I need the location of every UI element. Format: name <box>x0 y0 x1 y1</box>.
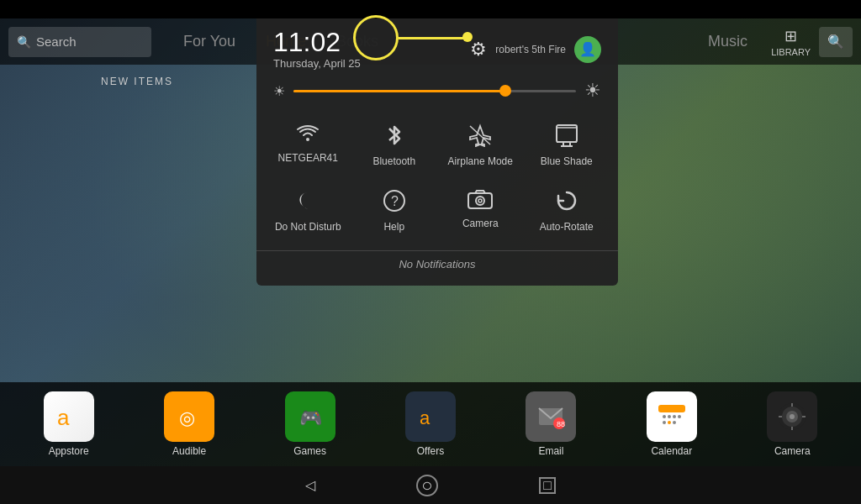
svg-text:◎: ◎ <box>179 407 195 428</box>
email-icon: 88 <box>526 391 576 442</box>
notifications-area: No Notifications <box>256 250 618 277</box>
toggle-bluetooth[interactable]: Bluetooth <box>351 112 438 177</box>
audible-icon: ◎ <box>164 391 214 442</box>
dock-item-calendar[interactable]: Calendar <box>638 391 705 457</box>
dock-item-games[interactable]: 🎮 Games <box>277 391 344 457</box>
brightness-high-icon: ☀ <box>584 80 601 102</box>
brightness-thumb <box>499 85 511 97</box>
no-notifications-text: No Notifications <box>399 258 475 270</box>
toggle-blueshade[interactable]: Blue Shade <box>524 112 610 177</box>
autorotate-label: Auto-Rotate <box>540 221 594 234</box>
top-system-bar <box>0 0 861 18</box>
tab-music[interactable]: Music <box>693 18 763 65</box>
toggle-dnd[interactable]: Do Not Disturb <box>265 177 351 243</box>
help-label: Help <box>383 221 404 234</box>
svg-text:a: a <box>57 405 70 430</box>
camera-icon <box>767 391 817 442</box>
bottom-nav-bar: ◁ ○ □ <box>0 466 861 504</box>
panel-header: 11:02 Thursday, April 25 ⚙ robert's 5th … <box>256 18 618 76</box>
calendar-icon <box>647 391 697 442</box>
svg-text:🎮: 🎮 <box>299 407 323 429</box>
search-box[interactable]: 🔍 Search <box>8 27 151 57</box>
quick-settings-panel: 11:02 Thursday, April 25 ⚙ robert's 5th … <box>256 18 618 286</box>
svg-point-18 <box>678 415 681 418</box>
wifi-icon <box>296 123 320 147</box>
svg-rect-8 <box>658 405 685 412</box>
svg-point-19 <box>663 421 666 424</box>
svg-line-31 <box>470 126 490 144</box>
camera-toggle-label: Camera <box>462 218 499 231</box>
library-label: LIBRARY <box>771 47 811 57</box>
home-button[interactable]: ○ <box>416 475 438 496</box>
svg-point-42 <box>478 199 482 202</box>
svg-point-16 <box>668 415 671 418</box>
svg-text:a: a <box>420 407 430 428</box>
autorotate-icon <box>555 189 578 216</box>
blueshade-icon <box>555 123 578 150</box>
camera-toggle-icon <box>467 189 493 213</box>
offers-label: Offers <box>417 445 444 457</box>
tab-for-you[interactable]: For You <box>168 18 251 65</box>
library-button[interactable]: ⊞ LIBRARY <box>771 27 811 57</box>
offers-icon: a <box>405 391 456 442</box>
airplane-icon <box>468 123 492 150</box>
wifi-label: NETGEAR41 <box>278 152 338 165</box>
audible-label: Audible <box>172 445 206 457</box>
dock-item-appstore[interactable]: a Appstore <box>35 391 103 457</box>
brightness-row: ☀ ☀ <box>256 76 618 112</box>
search-icon: 🔍 <box>827 34 844 50</box>
avatar-icon: 👤 <box>579 41 596 57</box>
svg-point-30 <box>306 138 309 141</box>
games-icon: 🎮 <box>285 391 335 442</box>
clock-time: 11:02 <box>273 29 361 55</box>
brightness-fill <box>293 90 505 92</box>
clock-date: Thursday, April 25 <box>273 57 361 70</box>
dock-item-audible[interactable]: ◎ Audible <box>156 391 223 457</box>
airplane-label: Airplane Mode <box>448 155 513 169</box>
time-section: 11:02 Thursday, April 25 <box>273 29 361 70</box>
toggle-autorotate[interactable]: Auto-Rotate <box>524 177 610 243</box>
email-label: Email <box>538 445 563 457</box>
svg-rect-40 <box>468 193 492 208</box>
svg-point-21 <box>673 421 676 424</box>
brightness-slider[interactable] <box>293 90 576 92</box>
help-icon: ? <box>383 189 406 216</box>
back-button[interactable]: ◁ <box>305 477 315 493</box>
settings-gear-icon: ⚙ <box>470 39 487 60</box>
appstore-icon: a <box>44 391 94 442</box>
games-label: Games <box>293 445 326 457</box>
user-avatar[interactable]: 👤 <box>574 36 601 63</box>
dock-item-camera[interactable]: Camera <box>758 391 826 457</box>
brightness-low-icon: ☀ <box>273 83 285 99</box>
calendar-label: Calendar <box>651 445 692 457</box>
appstore-label: Appstore <box>49 445 89 457</box>
dock-item-email[interactable]: 88 Email <box>517 391 584 457</box>
svg-text:88: 88 <box>557 420 565 428</box>
camera-dock-label: Camera <box>774 445 811 457</box>
dnd-label: Do Not Disturb <box>275 221 341 234</box>
bluetooth-icon <box>384 123 404 150</box>
svg-point-41 <box>476 197 484 205</box>
search-icon: 🔍 <box>17 35 31 49</box>
toggle-help[interactable]: ? Help <box>351 177 438 243</box>
recent-button[interactable]: □ <box>539 477 556 494</box>
settings-gear-button[interactable]: ⚙ <box>470 39 487 60</box>
toggle-wifi[interactable]: NETGEAR41 <box>265 112 351 177</box>
svg-text:?: ? <box>391 194 399 208</box>
header-right: ⚙ robert's 5th Fire 👤 <box>470 36 601 63</box>
svg-point-20 <box>668 421 671 424</box>
search-label: Search <box>36 34 77 49</box>
blueshade-label: Blue Shade <box>541 155 593 169</box>
grid-icon: ⊞ <box>784 27 797 45</box>
user-name: robert's 5th Fire <box>495 44 566 55</box>
toggles-grid: NETGEAR41 Bluetooth Airplane Mode <box>256 112 618 250</box>
svg-point-17 <box>673 415 676 418</box>
bluetooth-label: Bluetooth <box>372 155 415 169</box>
search-button[interactable]: 🔍 <box>819 27 853 57</box>
svg-point-15 <box>663 415 666 418</box>
new-items-label: NEW ITEMS <box>101 76 173 87</box>
toggle-camera[interactable]: Camera <box>437 177 524 243</box>
toggle-airplane[interactable]: Airplane Mode <box>437 112 524 177</box>
svg-point-25 <box>790 414 795 419</box>
dock-item-offers[interactable]: a Offers <box>397 391 464 457</box>
